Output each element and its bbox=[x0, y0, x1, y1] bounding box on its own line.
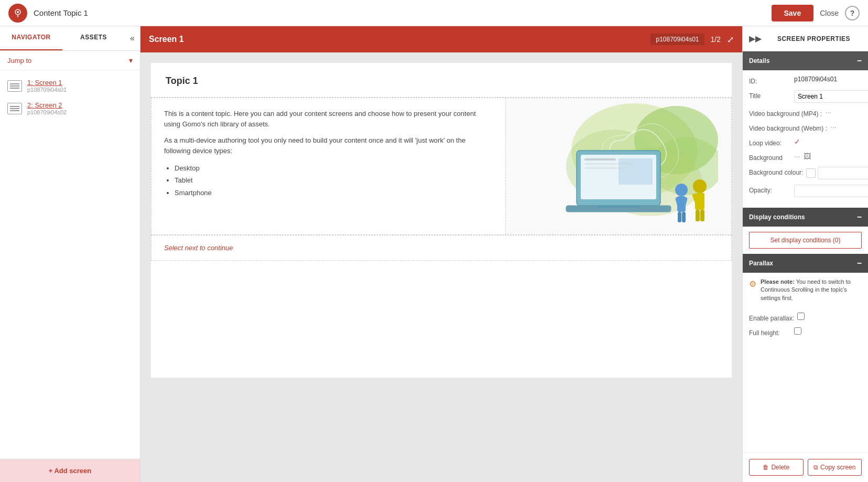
delete-button[interactable]: 🗑 Delete bbox=[749, 459, 804, 476]
svg-point-16 bbox=[675, 184, 688, 196]
list-item: Smartphone bbox=[175, 187, 493, 199]
colour-text-input[interactable] bbox=[818, 167, 868, 179]
content-image-block bbox=[506, 98, 731, 234]
prop-background-row: Background ··· 🖼 bbox=[749, 152, 862, 162]
prop-full-height-row: Full height: bbox=[749, 327, 862, 337]
svg-rect-13 bbox=[619, 158, 653, 185]
prop-background-image-icon[interactable]: 🖼 bbox=[804, 152, 811, 160]
note-strong: Please note: bbox=[761, 279, 795, 285]
screen-item-icon bbox=[7, 80, 22, 92]
prop-background-dots[interactable]: ··· bbox=[794, 152, 800, 160]
preview-icon[interactable] bbox=[8, 4, 27, 23]
prop-loop-video-row: Loop video: ✓ bbox=[749, 137, 862, 147]
screen-item[interactable]: 2: Screen 2 p108709i04s02 bbox=[0, 97, 140, 120]
sidebar-collapse-button[interactable]: « bbox=[125, 26, 140, 50]
screen-item-id: p108709i04s02 bbox=[27, 109, 67, 115]
svg-rect-12 bbox=[584, 167, 624, 169]
screen-id-badge: p108709i04s01 bbox=[650, 34, 704, 45]
svg-rect-26 bbox=[696, 210, 700, 221]
screen-item-title: 1: Screen 1 bbox=[27, 79, 67, 87]
prop-video-webm-row: Video background (Webm) : ··· bbox=[749, 123, 862, 132]
details-section-header[interactable]: Details − bbox=[743, 51, 868, 70]
display-conditions-label: Display conditions bbox=[749, 213, 805, 221]
screen-icon-lines bbox=[10, 108, 19, 109]
svg-point-1 bbox=[17, 11, 19, 13]
content-text-block: This is a content topic. Here you can ad… bbox=[151, 98, 506, 234]
canvas-content: Topic 1 This is a content topic. Here yo… bbox=[151, 63, 732, 378]
topbar-left: Content Topic 1 bbox=[8, 4, 88, 23]
screen-properties-title: SCREEN PROPERTIES bbox=[766, 35, 862, 42]
jump-to-arrow-icon: ▾ bbox=[129, 56, 133, 65]
display-conditions-section-header[interactable]: Display conditions − bbox=[743, 208, 868, 227]
tab-assets[interactable]: ASSETS bbox=[62, 26, 125, 50]
left-sidebar: NAVIGATOR ASSETS « Jump to ▾ 1: Screen 1… bbox=[0, 26, 140, 482]
screen-item-icon bbox=[7, 103, 22, 114]
prop-title-input[interactable] bbox=[794, 90, 868, 103]
svg-rect-15 bbox=[598, 206, 639, 208]
colour-swatch[interactable] bbox=[806, 168, 816, 178]
note-icon: ⚙ bbox=[749, 279, 756, 302]
parallax-note: ⚙ Please note: You need to switch to Con… bbox=[743, 273, 868, 307]
add-screen-button[interactable]: + Add screen bbox=[0, 459, 140, 482]
jump-to-row[interactable]: Jump to ▾ bbox=[0, 51, 140, 70]
screen-counter: 1/2 bbox=[711, 35, 721, 44]
topic-title-text: Topic 1 bbox=[166, 76, 198, 86]
prop-video-mp4-label: Video background (MP4) : bbox=[749, 108, 822, 117]
display-conditions-collapse-icon[interactable]: − bbox=[857, 212, 862, 222]
properties-body: ID: p108709i04s01 Title Video background… bbox=[743, 70, 868, 208]
full-height-checkbox[interactable] bbox=[794, 327, 801, 335]
prop-loop-video-label: Loop video: bbox=[749, 137, 791, 147]
copy-screen-button[interactable]: ⧉ Copy screen bbox=[808, 459, 862, 476]
prop-opacity-label: Opacity: bbox=[749, 185, 791, 194]
copy-icon: ⧉ bbox=[813, 464, 818, 471]
details-collapse-icon[interactable]: − bbox=[857, 56, 862, 66]
topbar: Content Topic 1 Save Close ? bbox=[0, 0, 868, 26]
save-button[interactable]: Save bbox=[772, 5, 814, 22]
parallax-collapse-icon[interactable]: − bbox=[857, 259, 862, 268]
svg-rect-20 bbox=[678, 212, 681, 222]
prop-video-mp4-dots[interactable]: ··· bbox=[825, 108, 831, 116]
help-button[interactable]: ? bbox=[845, 6, 860, 20]
details-section-label: Details bbox=[749, 57, 769, 65]
delete-icon: 🗑 bbox=[763, 464, 769, 471]
svg-point-22 bbox=[693, 179, 707, 193]
content-paragraph-1: This is a content topic. Here you can ad… bbox=[164, 109, 493, 129]
jump-to-label: Jump to bbox=[7, 57, 31, 65]
delete-label: Delete bbox=[771, 464, 789, 471]
close-button[interactable]: Close bbox=[820, 9, 839, 17]
svg-rect-21 bbox=[682, 212, 686, 222]
sidebar-tabs: NAVIGATOR ASSETS « bbox=[0, 26, 140, 51]
loop-video-checkmark[interactable]: ✓ bbox=[794, 137, 800, 146]
right-sidebar-top: ▶▶ SCREEN PROPERTIES bbox=[743, 26, 868, 51]
parallax-section-header[interactable]: Parallax − bbox=[743, 254, 868, 273]
prop-bg-colour-row: Background colour: ▾ bbox=[749, 167, 862, 179]
canvas-area[interactable]: Topic 1 This is a content topic. Here yo… bbox=[140, 52, 742, 482]
expand-icon[interactable]: ▶▶ bbox=[749, 34, 762, 44]
app-title: Content Topic 1 bbox=[34, 8, 88, 17]
list-item: Desktop bbox=[175, 162, 493, 174]
prop-title-row: Title bbox=[749, 90, 862, 103]
screen-item-title: 2: Screen 2 bbox=[27, 101, 67, 109]
note-text: Please note: You need to switch to Conti… bbox=[761, 278, 862, 302]
screen-item[interactable]: 1: Screen 1 p108709i04s01 bbox=[0, 74, 140, 97]
tab-navigator[interactable]: NAVIGATOR bbox=[0, 26, 62, 50]
prop-enable-parallax-label: Enable parallax: bbox=[749, 313, 794, 322]
screen-expand-button[interactable]: ⤢ bbox=[727, 35, 734, 45]
prop-opacity-row: Opacity: bbox=[749, 185, 862, 197]
prop-id-label: ID: bbox=[749, 76, 791, 85]
right-sidebar: ▶▶ SCREEN PROPERTIES Details − ID: p1087… bbox=[742, 26, 868, 482]
screen-item-info: 1: Screen 1 p108709i04s01 bbox=[27, 79, 67, 93]
screen-header: Screen 1 p108709i04s01 1/2 ⤢ bbox=[140, 26, 742, 52]
prop-video-webm-dots[interactable]: ··· bbox=[830, 123, 837, 131]
copy-label: Copy screen bbox=[820, 464, 855, 471]
topbar-right: Save Close ? bbox=[772, 5, 860, 22]
screen-icon-lines bbox=[10, 85, 19, 87]
set-display-conditions-button[interactable]: Set display conditions (0) bbox=[749, 232, 862, 249]
enable-parallax-checkbox[interactable] bbox=[797, 313, 805, 320]
prop-opacity-input[interactable] bbox=[794, 185, 868, 197]
continue-text: Select next to continue bbox=[164, 244, 233, 252]
content-bullet-list: Desktop Tablet Smartphone bbox=[175, 162, 493, 199]
svg-rect-27 bbox=[700, 210, 704, 221]
parallax-label: Parallax bbox=[749, 260, 773, 267]
parallax-properties: Enable parallax: Full height: bbox=[743, 307, 868, 347]
